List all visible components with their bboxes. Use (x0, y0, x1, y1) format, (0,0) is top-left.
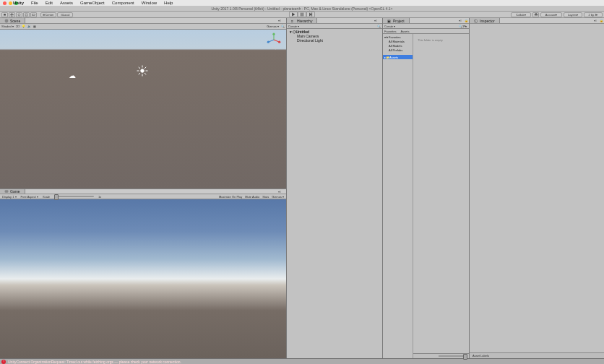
inspector-footer: Asset Labels (470, 352, 604, 358)
orientation-gizmo[interactable]: Persp (266, 32, 282, 48)
step-button[interactable] (306, 12, 315, 17)
stats-toggle[interactable]: Stats (262, 195, 269, 199)
breadcrumb-assets[interactable]: Assets (400, 30, 409, 33)
svg-rect-1 (25, 14, 27, 16)
svg-point-20 (278, 41, 280, 43)
svg-point-0 (18, 14, 20, 16)
project-tree[interactable]: ▾★ Favorites All Materials All Models Al… (383, 34, 413, 358)
pivot-center-button[interactable]: ⊕ Center (40, 12, 56, 17)
shaded-dropdown[interactable]: Shaded ▾ (1, 25, 14, 28)
svg-line-13 (144, 73, 146, 74)
status-message: UnityConnect.OrganizationRequest: Timed … (8, 360, 181, 364)
scene-panel-menu[interactable]: ▾≡ (278, 19, 281, 22)
svg-point-18 (272, 33, 275, 35)
scene-toolbar: Shaded ▾ 2D 💡 🔊 ▦ Gizmos ▾ 🔍 (0, 24, 286, 30)
svg-point-6 (5, 19, 9, 22)
project-breadcrumb: Favorites Assets (383, 29, 469, 34)
scene-gizmos-dropdown[interactable]: Gizmos ▾ (267, 25, 279, 28)
inspector-body (470, 24, 604, 352)
project-lock-icon[interactable]: 🔒 (465, 19, 468, 22)
pivot-local-button[interactable]: ⊙ Local (57, 12, 73, 17)
hand-tool-button[interactable] (1, 12, 8, 17)
project-footer (413, 353, 469, 358)
hierarchy-tab-bar: ≡ Hierarchy ▾≡ (287, 18, 382, 24)
svg-rect-24 (5, 190, 9, 193)
menu-component[interactable]: Component (112, 1, 134, 5)
inspector-lock-icon[interactable]: 🔒 (600, 19, 603, 22)
inspector-tab[interactable]: ⓘ Inspector (470, 18, 500, 23)
project-tab-bar: ▣ Project 🔒 ▾≡ (383, 18, 469, 24)
project-tab[interactable]: ▣ Project (383, 18, 410, 23)
light-gizmo-icon[interactable] (136, 64, 149, 77)
move-tool-button[interactable] (9, 12, 15, 17)
menu-edit[interactable]: Edit (46, 1, 53, 5)
menu-window[interactable]: Window (142, 1, 157, 5)
game-panel-menu[interactable]: ▾≡ (278, 190, 281, 194)
display-dropdown[interactable]: Display 1 ▾ (2, 195, 17, 199)
breadcrumb-favorites[interactable]: Favorites (384, 30, 396, 33)
aspect-dropdown[interactable]: Free Aspect ▾ (21, 195, 38, 199)
svg-rect-4 (303, 13, 303, 17)
menu-unity[interactable]: Unity (13, 1, 24, 5)
svg-text:Persp: Persp (271, 47, 277, 50)
layout-dropdown[interactable]: 2 by 3 ▾ (584, 12, 603, 17)
scene-audio-toggle[interactable]: 🔊 (27, 25, 31, 28)
play-button[interactable] (289, 12, 298, 17)
thumbnail-size-slider[interactable] (439, 355, 467, 357)
maximize-toggle[interactable]: Maximize On Play (219, 195, 242, 199)
scale-label: Scale (43, 195, 50, 199)
project-create-dropdown[interactable]: Create ▾ (384, 25, 395, 28)
game-tab[interactable]: Game (0, 189, 25, 194)
svg-line-15 (144, 67, 146, 69)
svg-point-22 (267, 41, 269, 43)
game-tab-bar: Game ▾≡ (0, 188, 286, 194)
unity-toolbar: ⊕ Center ⊙ Local Collab ▾ Account ▾ Laye… (0, 12, 604, 18)
camera-gizmo-icon[interactable]: ☁ (69, 72, 76, 79)
menu-gameobject[interactable]: GameObject (80, 1, 105, 5)
menu-assets[interactable]: Assets (60, 1, 73, 5)
project-content[interactable]: This folder is empty (413, 34, 469, 358)
svg-line-14 (139, 73, 140, 74)
game-gizmos-dropdown[interactable]: Gizmos ▾ (272, 195, 284, 199)
cloud-button[interactable] (532, 12, 539, 17)
svg-rect-3 (301, 13, 301, 17)
scene-2d-toggle[interactable]: 2D (16, 25, 20, 28)
svg-line-12 (139, 67, 140, 69)
collab-dropdown[interactable]: Collab ▾ (511, 12, 531, 17)
hierarchy-panel-menu[interactable]: ▾≡ (374, 19, 377, 22)
proj-assets[interactable]: ▸📁 Assets (383, 55, 413, 59)
game-viewport[interactable] (0, 199, 286, 358)
scene-lighting-toggle[interactable]: 💡 (22, 25, 25, 28)
scene-fx-toggle[interactable]: ▦ (33, 25, 36, 28)
scale-slider[interactable] (54, 196, 94, 197)
hierarchy-tree[interactable]: ▾ ⬡ Untitled Main Camera Directional Lig… (287, 29, 382, 358)
rect-tool-button[interactable] (30, 12, 37, 17)
account-dropdown[interactable]: Account ▾ (540, 12, 562, 17)
game-icon (4, 189, 9, 194)
status-bar[interactable]: ! UnityConnect.OrganizationRequest: Time… (0, 358, 604, 364)
pause-button[interactable] (298, 12, 306, 17)
hierarchy-tab[interactable]: ≡ Hierarchy (287, 18, 317, 23)
scale-value: 1x (98, 195, 101, 199)
menu-help[interactable]: Help (164, 1, 173, 5)
hierarchy-create-dropdown[interactable]: Create ▾ (288, 25, 299, 28)
inspector-tab-bar: ⓘ Inspector 🔒 ▾≡ (470, 18, 604, 24)
project-filter2-icon[interactable]: ★ (465, 25, 467, 28)
mute-toggle[interactable]: Mute Audio (245, 195, 259, 199)
inspector-panel-menu[interactable]: ▾≡ (594, 19, 597, 22)
scale-tool-button[interactable] (23, 12, 30, 17)
menu-file[interactable]: File (31, 1, 38, 5)
layers-dropdown[interactable]: Layers ▾ (564, 12, 582, 17)
window-title: Unity 2017.1.0f3 Personal (64bit) - Unti… (0, 6, 604, 12)
error-icon: ! (1, 360, 6, 364)
project-icon: ▣ (387, 19, 392, 23)
project-panel-menu[interactable]: ▾≡ (459, 19, 462, 22)
rotate-tool-button[interactable] (16, 12, 22, 17)
scene-viewport[interactable]: ☁ Persp (0, 30, 286, 188)
inspector-icon: ⓘ (474, 19, 478, 23)
scene-search[interactable]: 🔍 (281, 25, 285, 28)
hierarchy-item[interactable]: Directional Light (287, 38, 382, 43)
scene-tab[interactable]: Scene (0, 18, 25, 23)
hierarchy-search[interactable]: 🔍 (377, 25, 381, 28)
empty-folder-label: This folder is empty (418, 38, 465, 42)
